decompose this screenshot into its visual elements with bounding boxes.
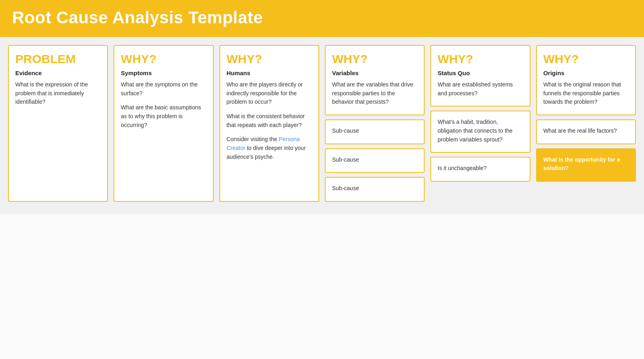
why4-sub2-card: Is it unchangeable? [430,157,530,182]
problem-card: PROBLEM Evidence What is the expression … [8,45,108,202]
why5-main-card: WHY? Origins What is the original reason… [536,45,636,115]
why1-subheading: Symptoms [121,70,206,76]
problem-text: What is the expression of the problem th… [15,80,101,107]
header: Root Cause Analysis Template [0,0,644,37]
problem-heading: PROBLEM [15,52,101,66]
why4-heading: WHY? [438,52,523,66]
column-why4: WHY? Status Quo What are established sys… [430,45,530,202]
why5-subheading: Origins [543,70,629,76]
why5-sub1-text: What are the real life factors? [543,127,629,135]
why5-sub2-card: What is the opportunity for a solution? [536,148,636,182]
why5-text-1: What is the original reason that funnels… [543,80,629,107]
why1-card: WHY? Symptoms What are the symptoms on t… [114,45,213,202]
columns-grid: PROBLEM Evidence What is the expression … [8,45,636,202]
why2-text-2: What is the consistent behavior that rep… [227,112,312,129]
column-why1: WHY? Symptoms What are the symptoms on t… [114,45,213,202]
why4-sub2-text: Is it unchangeable? [438,164,523,173]
why4-text-1: What are established systems and process… [438,80,523,98]
why4-sub1-card: What's a habit, tradition, obligation th… [430,111,530,153]
why4-sub1-text: What's a habit, tradition, obligation th… [438,118,523,144]
why2-card: WHY? Humans Who are the players directly… [219,45,319,202]
why1-heading: WHY? [121,52,206,66]
page-title: Root Cause Analysis Template [12,8,632,27]
persona-creator-link[interactable]: Persona Creator [227,136,300,151]
main-content: PROBLEM Evidence What is the expression … [0,37,644,214]
why5-sub1-card: What are the real life factors? [536,119,636,144]
why3-sub1-text: Sub-cause [332,127,417,135]
page-wrapper: Root Cause Analysis Template PROBLEM Evi… [0,0,644,359]
why4-main-card: WHY? Status Quo What are established sys… [430,45,530,107]
why5-sub2-text: What is the opportunity for a solution? [543,156,629,173]
column-why3: WHY? Variables What are the variables th… [325,45,425,202]
why3-sub3-card: Sub-cause [325,177,425,202]
why3-heading: WHY? [332,52,417,66]
problem-subheading: Evidence [15,70,101,76]
why3-sub2-text: Sub-cause [332,156,417,164]
why1-text-1: What are the symptoms on the surface? [121,80,206,98]
why5-heading: WHY? [543,52,629,66]
why2-text-3: Consider visiting the Persona Creator to… [227,135,312,161]
column-problem: PROBLEM Evidence What is the expression … [8,45,108,202]
why2-text-1: Who are the players directly or indirect… [227,80,312,107]
why2-heading: WHY? [227,52,312,66]
why3-text-1: What are the variables that drive respon… [332,80,417,107]
column-why5: WHY? Origins What is the original reason… [536,45,636,202]
why2-subheading: Humans [227,70,312,76]
why4-subheading: Status Quo [438,70,523,76]
why3-sub1-card: Sub-cause [325,119,425,144]
why3-sub2-card: Sub-cause [325,148,425,173]
column-why2: WHY? Humans Who are the players directly… [219,45,319,202]
why3-subheading: Variables [332,70,417,76]
why3-sub3-text: Sub-cause [332,184,417,193]
why1-text-2: What are the basic assumptions as to why… [121,103,206,129]
why3-main-card: WHY? Variables What are the variables th… [325,45,425,115]
